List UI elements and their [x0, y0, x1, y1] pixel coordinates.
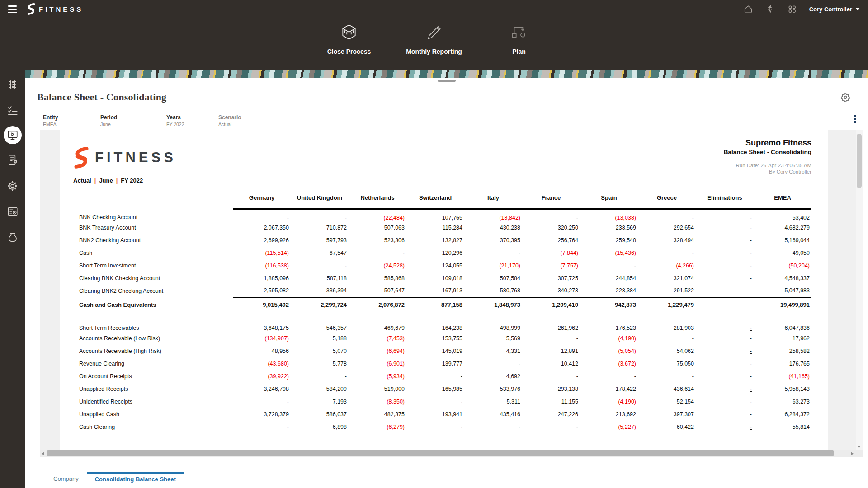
cell: 469,679 [349, 319, 406, 332]
cell: - [638, 209, 696, 221]
cell: - [696, 259, 754, 272]
brand-text: FITNESS [39, 5, 83, 13]
report-title: Balance Sheet - Consolidating [724, 149, 811, 155]
cell: 436,614 [638, 383, 696, 395]
cell: (18,842) [464, 209, 522, 221]
cell[interactable]: - [696, 319, 754, 332]
cell: 5,778 [291, 357, 349, 370]
monitor-play-icon [7, 129, 19, 141]
home-icon[interactable] [743, 4, 753, 14]
cell: (8,350) [349, 395, 406, 408]
drag-handle[interactable] [438, 80, 456, 82]
row-label: Cash [79, 247, 233, 259]
cell: 585,868 [349, 272, 406, 285]
user-menu[interactable]: Cory Controller [809, 6, 860, 13]
horizontal-scrollbar[interactable] [40, 450, 863, 457]
cell: 5,047,983 [754, 285, 811, 297]
apps-grid-icon[interactable] [787, 4, 797, 14]
pov-entity[interactable]: Entity EMEA [43, 114, 100, 127]
cell: 256,764 [522, 234, 580, 247]
pov-label: Years [166, 114, 218, 121]
cell: 523,306 [349, 234, 406, 247]
column-header: EMEA [754, 188, 811, 209]
vertical-scrollbar[interactable] [856, 130, 863, 450]
cell: - [522, 421, 580, 433]
nav-card-close-process[interactable]: Close Process [315, 23, 383, 55]
column-header: Spain [580, 188, 638, 209]
cell: 258,582 [754, 345, 811, 357]
sidebar-item-reports[interactable] [4, 126, 22, 144]
main-content: Balance Sheet - Consolidating Entity EME… [25, 70, 868, 488]
cell: 49,050 [754, 247, 811, 259]
nav-card-plan[interactable]: Plan [485, 23, 553, 55]
cell: 498,999 [464, 319, 522, 332]
cell: - [522, 370, 580, 383]
sidebar-item-budget[interactable] [3, 227, 23, 247]
sidebar-item-journals[interactable] [3, 150, 23, 170]
cell[interactable]: - [696, 332, 754, 345]
column-header: United Kingdom [291, 188, 349, 209]
cell[interactable]: - [696, 395, 754, 408]
cell: (5,934) [349, 370, 406, 383]
row-label: Accounts Receivable (Low Risk) [79, 332, 233, 345]
scroll-down-arrow-icon[interactable] [857, 446, 861, 448]
cell: 120,296 [406, 247, 464, 259]
checklist-icon [7, 104, 19, 116]
tab-company[interactable]: Company [45, 472, 87, 482]
sidebar-item-console[interactable] [3, 75, 23, 94]
hamburger-icon[interactable] [8, 3, 20, 15]
cell[interactable]: - [696, 383, 754, 395]
cell: - [406, 370, 464, 383]
s-logo-icon [26, 3, 36, 15]
cell: - [638, 247, 696, 259]
row-label: On Account Receipts [79, 370, 233, 383]
cell: 178,422 [580, 383, 638, 395]
cell: 3,728,379 [233, 408, 291, 421]
cell: 2,076,872 [349, 297, 406, 312]
cell[interactable]: - [696, 408, 754, 421]
table-row: Unapplied Cash3,728,379586,037482,375193… [79, 408, 811, 421]
cell: 435,416 [464, 408, 522, 421]
pov-scenario[interactable]: Scenario Actual [218, 114, 241, 127]
cell: (39,922) [233, 370, 291, 383]
scroll-right-arrow-icon[interactable] [851, 452, 854, 455]
cell: 291,522 [638, 285, 696, 297]
cell: (4,190) [580, 332, 638, 345]
cell[interactable]: - [696, 421, 754, 433]
cell: 244,854 [580, 272, 638, 285]
cell: 11,155 [522, 395, 580, 408]
vscroll-thumb[interactable] [857, 134, 862, 188]
cell[interactable]: - [696, 345, 754, 357]
cell: - [696, 234, 754, 247]
pov-options-kebab-icon[interactable] [854, 115, 856, 123]
journal-gear-icon [7, 154, 19, 166]
table-row: BNK Treasury Account2,067,350710,872507,… [79, 221, 811, 234]
table-row: On Account Receipts(39,922)-(5,934)-4,69… [79, 370, 811, 383]
tab-consolidating-balance-sheet[interactable]: Consolidating Balance Sheet [87, 472, 184, 483]
cell[interactable]: - [696, 357, 754, 370]
cell: (7,757) [522, 259, 580, 272]
scroll-left-arrow-icon[interactable] [42, 452, 44, 455]
table-row: Cash Clearing-6,898(6,279)---(5,227)60,4… [79, 421, 811, 433]
cell[interactable]: - [696, 370, 754, 383]
page-title: Balance Sheet - Consolidating [37, 91, 166, 103]
nav-card-monthly-reporting[interactable]: Monthly Reporting [400, 23, 468, 55]
cell: - [522, 332, 580, 345]
cell: 5,958,143 [754, 383, 811, 395]
sidebar-item-analysis[interactable] [3, 202, 23, 221]
top-header: FITNESS Cory Controller [0, 0, 868, 70]
hscroll-thumb[interactable] [47, 450, 834, 456]
left-sidebar [0, 70, 25, 488]
sidebar-item-settings[interactable] [3, 176, 23, 196]
pov-years[interactable]: Years FY 2022 [166, 114, 218, 127]
sidebar-item-tasks[interactable] [3, 100, 23, 120]
table-row: BNK2 Checking Account2,699,926597,793523… [79, 234, 811, 247]
cell: 247,226 [522, 408, 580, 421]
cell: - [638, 370, 696, 383]
pov-period[interactable]: Period June [100, 114, 166, 127]
cell: 370,395 [464, 234, 522, 247]
cell: 328,494 [638, 234, 696, 247]
report-settings-gear-icon[interactable] [841, 93, 850, 102]
cell: (6,694) [349, 345, 406, 357]
accessibility-icon[interactable] [765, 4, 775, 14]
